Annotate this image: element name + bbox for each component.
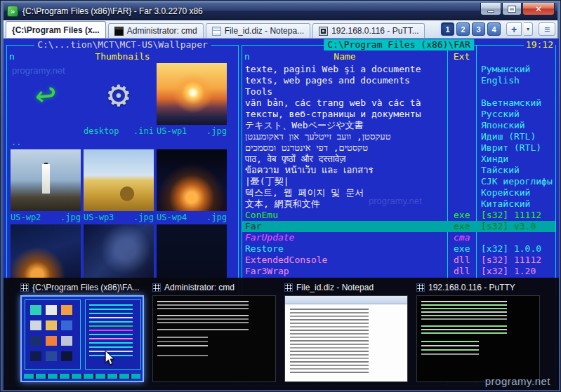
maximize-button[interactable] <box>502 3 522 15</box>
preview-card-title: File_id.diz - Notepad <box>284 281 409 294</box>
console-icon <box>284 283 293 292</box>
tab-cmd[interactable]: Administrator: cmd <box>108 23 204 38</box>
up-arrow-icon: ↩ <box>33 73 58 116</box>
file-name: テキスト、Webページや文書 <box>242 120 447 131</box>
far-console: 19:12 programy.net programy.net C:\...ti… <box>4 39 559 390</box>
console-icon <box>416 283 425 292</box>
file-row[interactable]: Tools <box>242 86 555 97</box>
preview-card-notepad[interactable]: File_id.diz - Notepad <box>284 281 409 384</box>
file-ext <box>447 187 476 198</box>
file-desc: Тайский <box>476 165 555 176</box>
column-header-ext[interactable]: Ext <box>447 51 476 62</box>
file-desc: Японский <box>476 120 555 131</box>
file-ext <box>447 64 476 75</box>
file-row[interactable]: טעקסטן, וועב זייטלעך און דאקומענטןИдиш (… <box>242 131 555 142</box>
watermark: programy.net <box>485 375 550 387</box>
new-console-dropdown[interactable]: ▾ <box>524 22 533 36</box>
new-console-button[interactable]: + <box>506 22 522 36</box>
far-preview-image[interactable] <box>20 295 144 382</box>
cmd-preview-image[interactable] <box>152 295 276 382</box>
file-row[interactable]: texts, web pages and documentsEnglish <box>242 75 555 86</box>
file-row[interactable]: Restoreexe[x32] 1.0.0 <box>242 243 555 255</box>
close-button[interactable]: ✕ <box>522 3 555 15</box>
file-row[interactable]: טקסטים, דפי אינטרנט ומסמכיםИврит (RTL) <box>242 142 555 154</box>
conemu-window: » {C:\Program Files (x86)\FAR} - Far 3.0… <box>0 0 561 392</box>
file-desc: Русский <box>476 109 555 120</box>
file-row[interactable]: पाठ, वेब पृष्ठों और दस्तावेज़Хинди <box>242 154 555 165</box>
file-row[interactable]: Farexe[s32] v3.0 <box>242 221 555 232</box>
tab-label: Administrator: cmd <box>127 26 197 36</box>
putty-preview-image[interactable] <box>416 295 540 382</box>
file-ext: exe <box>447 243 476 255</box>
file-ext <box>447 75 476 86</box>
close-icon: ✕ <box>535 4 542 14</box>
column-header-name[interactable]: Name <box>242 51 447 62</box>
file-name: texts, web pages and documents <box>242 75 447 86</box>
file-ext <box>447 154 476 165</box>
left-view-title: Thumbnails <box>7 51 238 62</box>
preview-card-cmd[interactable]: Administrator: cmd <box>152 281 277 384</box>
file-row[interactable]: FarUpdatecma <box>242 232 555 243</box>
file-rows: texte, pagini Web şi a documenteРумынски… <box>242 64 555 277</box>
putty-icon <box>319 27 328 36</box>
file-ext <box>447 131 476 142</box>
file-row[interactable]: テキスト、Webページや文書Японский <box>242 120 555 131</box>
file-ext: exe <box>447 210 476 221</box>
tab-notepad[interactable]: File_id.diz - Notepa... <box>206 23 310 38</box>
thumbnail-us-wp4[interactable] <box>157 149 227 211</box>
console-icon <box>152 283 161 292</box>
tab-far[interactable]: {C:\Program Files (x... <box>6 21 106 38</box>
left-panel-path[interactable]: C:\...tion\MCT\MCT-US\Wallpaper <box>34 39 211 50</box>
file-desc: Иврит (RTL) <box>476 142 555 154</box>
thumbnail-us-wp1[interactable] <box>157 63 227 125</box>
thumbnail-us-wp2[interactable] <box>11 149 81 211</box>
maximize-icon <box>508 6 515 12</box>
window-button-1[interactable]: 1 <box>441 22 454 36</box>
thumbnail-label: US-wp3 .jpg <box>84 212 154 222</box>
window-button-3[interactable]: 3 <box>472 22 485 36</box>
file-row[interactable]: texte, pagini Web şi a documenteРумынски… <box>242 64 555 75</box>
thumbnail-night-3[interactable] <box>157 224 227 286</box>
file-name: Restore <box>242 243 447 255</box>
thumbnail-us-wp3[interactable] <box>84 149 154 211</box>
file-ext <box>447 109 476 120</box>
tab-label: File_id.diz - Notepa... <box>225 26 304 36</box>
notepad-icon <box>212 27 221 36</box>
tab-putty[interactable]: 192.168.0.116 - PuTT... <box>312 23 425 38</box>
watermark-faint: programy.net <box>369 196 422 206</box>
file-ext: dll <box>447 266 476 277</box>
thumbnail-label: US-wp1 .jpg <box>157 126 227 136</box>
file-row[interactable]: văn bản, các trang web và các tàВьетнамс… <box>242 97 555 109</box>
file-ext <box>447 142 476 154</box>
window-button-4[interactable]: 4 <box>487 22 501 36</box>
window-button-2[interactable]: 2 <box>456 22 470 36</box>
file-row[interactable]: ExtendedConsoledll[s32] 11112 <box>242 255 555 266</box>
right-panel-path[interactable]: C:\Program Files (x86)\FAR <box>324 39 474 50</box>
thumbnail-night-1[interactable] <box>11 224 81 286</box>
file-name: טקסטים, דפי אינטרנט ומסמכים <box>242 142 447 154</box>
clock: 19:12 <box>524 39 555 50</box>
preview-card-putty[interactable]: 192.168.0.116 - PuTTY <box>416 281 541 384</box>
file-row[interactable]: ข้อความ หน้าเว็บ และ เอกสารТайский <box>242 165 555 176</box>
file-desc: [x32] 1.20 <box>476 266 555 277</box>
file-row[interactable]: ConEmuexe[s32] 11112 <box>242 210 555 221</box>
file-ext: cma <box>447 232 476 243</box>
file-desc: CJK иероглифы <box>476 176 555 187</box>
minimize-button[interactable] <box>480 3 501 15</box>
notepad-preview-image[interactable] <box>284 295 408 382</box>
file-name: |憂(丁契| <box>242 176 447 187</box>
preview-card-title: Administrator: cmd <box>152 281 277 294</box>
mouse-cursor <box>105 350 114 365</box>
file-name: ข้อความ หน้าเว็บ และ เอกสาร <box>242 165 447 176</box>
thumbnail-night-2[interactable] <box>84 224 154 286</box>
up-dir-label[interactable]: .. <box>11 137 21 147</box>
file-desc <box>476 232 555 243</box>
preview-card-far[interactable]: {C:\Program Files (x86)\FA... <box>20 281 145 384</box>
system-menu-button[interactable]: ≡ <box>539 22 555 36</box>
thumbnail-desktop-ini[interactable]: ⚙ <box>84 63 154 125</box>
file-row[interactable]: |憂(丁契|CJK иероглифы <box>242 176 555 187</box>
file-row[interactable]: Far3Wrapdll[x32] 1.20 <box>242 266 555 277</box>
file-name: тексты, веб-страницы и документы <box>242 109 447 120</box>
file-row[interactable]: тексты, веб-страницы и документыРусский <box>242 109 555 120</box>
file-name: FarUpdate <box>242 232 447 243</box>
